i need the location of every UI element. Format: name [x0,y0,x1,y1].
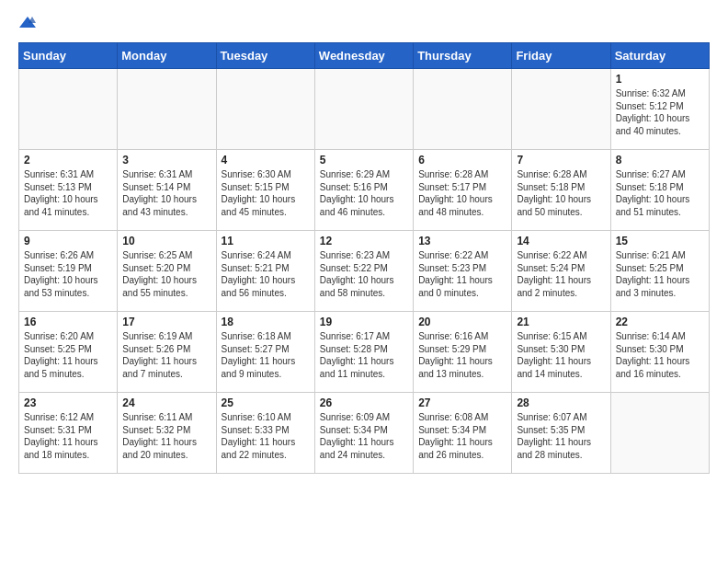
day-cell: 27Sunrise: 6:08 AM Sunset: 5:34 PM Dayli… [414,393,512,474]
day-info: Sunrise: 6:24 AM Sunset: 5:21 PM Dayligh… [222,249,310,299]
page: SundayMondayTuesdayWednesdayThursdayFrid… [0,0,728,492]
day-info: Sunrise: 6:28 AM Sunset: 5:17 PM Dayligh… [418,168,506,218]
day-number: 18 [222,316,310,328]
day-number: 16 [24,316,112,328]
calendar: SundayMondayTuesdayWednesdayThursdayFrid… [18,42,710,474]
weekday-sunday: Sunday [19,43,118,69]
weekday-saturday: Saturday [610,43,709,69]
day-cell: 11Sunrise: 6:24 AM Sunset: 5:21 PM Dayli… [216,231,314,312]
day-info: Sunrise: 6:20 AM Sunset: 5:25 PM Dayligh… [24,330,112,380]
day-cell: 4Sunrise: 6:30 AM Sunset: 5:15 PM Daylig… [216,150,314,231]
day-number: 24 [122,396,210,409]
day-number: 19 [320,316,408,328]
week-row-2: 2Sunrise: 6:31 AM Sunset: 5:13 PM Daylig… [19,150,710,231]
day-cell: 19Sunrise: 6:17 AM Sunset: 5:28 PM Dayli… [314,312,413,393]
day-cell: 23Sunrise: 6:12 AM Sunset: 5:31 PM Dayli… [19,393,118,474]
day-number: 28 [517,396,605,409]
day-number: 5 [320,154,408,167]
day-cell: 24Sunrise: 6:11 AM Sunset: 5:32 PM Dayli… [118,393,216,474]
day-info: Sunrise: 6:18 AM Sunset: 5:27 PM Dayligh… [222,330,310,380]
day-cell [414,69,512,150]
day-info: Sunrise: 6:09 AM Sunset: 5:34 PM Dayligh… [320,411,408,461]
logo [18,15,36,33]
day-number: 10 [122,235,210,247]
day-info: Sunrise: 6:17 AM Sunset: 5:28 PM Dayligh… [320,330,408,380]
day-cell: 22Sunrise: 6:14 AM Sunset: 5:30 PM Dayli… [610,312,709,393]
day-info: Sunrise: 6:19 AM Sunset: 5:26 PM Dayligh… [122,330,210,380]
day-cell: 1Sunrise: 6:32 AM Sunset: 5:12 PM Daylig… [610,69,709,150]
day-info: Sunrise: 6:28 AM Sunset: 5:18 PM Dayligh… [517,168,605,218]
day-number: 12 [320,235,408,247]
day-number: 9 [24,235,112,247]
day-cell: 9Sunrise: 6:26 AM Sunset: 5:19 PM Daylig… [19,231,118,312]
weekday-friday: Friday [512,43,610,69]
day-cell: 3Sunrise: 6:31 AM Sunset: 5:14 PM Daylig… [118,150,216,231]
header [18,15,710,33]
day-cell: 12Sunrise: 6:23 AM Sunset: 5:22 PM Dayli… [314,231,413,312]
day-cell [19,69,118,150]
day-info: Sunrise: 6:21 AM Sunset: 5:25 PM Dayligh… [616,249,704,299]
day-info: Sunrise: 6:14 AM Sunset: 5:30 PM Dayligh… [616,330,704,380]
weekday-thursday: Thursday [414,43,512,69]
weekday-wednesday: Wednesday [314,43,413,69]
weekday-monday: Monday [118,43,216,69]
day-number: 14 [517,235,605,247]
day-cell: 7Sunrise: 6:28 AM Sunset: 5:18 PM Daylig… [512,150,610,231]
day-info: Sunrise: 6:30 AM Sunset: 5:15 PM Dayligh… [222,168,310,218]
day-info: Sunrise: 6:12 AM Sunset: 5:31 PM Dayligh… [24,411,112,461]
day-info: Sunrise: 6:31 AM Sunset: 5:14 PM Dayligh… [122,168,210,218]
day-number: 11 [222,235,310,247]
day-info: Sunrise: 6:25 AM Sunset: 5:20 PM Dayligh… [122,249,210,299]
day-cell: 18Sunrise: 6:18 AM Sunset: 5:27 PM Dayli… [216,312,314,393]
day-info: Sunrise: 6:10 AM Sunset: 5:33 PM Dayligh… [222,411,310,461]
logo-icon [19,15,36,31]
day-cell: 28Sunrise: 6:07 AM Sunset: 5:35 PM Dayli… [512,393,610,474]
day-number: 15 [616,235,704,247]
weekday-tuesday: Tuesday [216,43,314,69]
day-number: 22 [616,316,704,328]
day-cell: 16Sunrise: 6:20 AM Sunset: 5:25 PM Dayli… [19,312,118,393]
day-number: 8 [616,154,704,167]
day-number: 3 [122,154,210,167]
day-cell [118,69,216,150]
day-cell: 20Sunrise: 6:16 AM Sunset: 5:29 PM Dayli… [414,312,512,393]
day-cell: 10Sunrise: 6:25 AM Sunset: 5:20 PM Dayli… [118,231,216,312]
day-number: 1 [616,73,704,86]
day-cell [216,69,314,150]
day-cell [314,69,413,150]
day-number: 23 [24,396,112,409]
day-info: Sunrise: 6:26 AM Sunset: 5:19 PM Dayligh… [24,249,112,299]
day-cell [610,393,709,474]
weekday-header-row: SundayMondayTuesdayWednesdayThursdayFrid… [19,43,710,69]
day-cell: 6Sunrise: 6:28 AM Sunset: 5:17 PM Daylig… [414,150,512,231]
day-info: Sunrise: 6:31 AM Sunset: 5:13 PM Dayligh… [24,168,112,218]
week-row-5: 23Sunrise: 6:12 AM Sunset: 5:31 PM Dayli… [19,393,710,474]
day-cell: 8Sunrise: 6:27 AM Sunset: 5:18 PM Daylig… [610,150,709,231]
week-row-1: 1Sunrise: 6:32 AM Sunset: 5:12 PM Daylig… [19,69,710,150]
day-cell: 15Sunrise: 6:21 AM Sunset: 5:25 PM Dayli… [610,231,709,312]
day-cell: 21Sunrise: 6:15 AM Sunset: 5:30 PM Dayli… [512,312,610,393]
day-number: 13 [418,235,506,247]
day-cell [512,69,610,150]
day-cell: 5Sunrise: 6:29 AM Sunset: 5:16 PM Daylig… [314,150,413,231]
day-number: 7 [517,154,605,167]
day-cell: 26Sunrise: 6:09 AM Sunset: 5:34 PM Dayli… [314,393,413,474]
day-number: 21 [517,316,605,328]
day-cell: 17Sunrise: 6:19 AM Sunset: 5:26 PM Dayli… [118,312,216,393]
day-info: Sunrise: 6:08 AM Sunset: 5:34 PM Dayligh… [418,411,506,461]
day-cell: 13Sunrise: 6:22 AM Sunset: 5:23 PM Dayli… [414,231,512,312]
day-number: 27 [418,396,506,409]
day-number: 17 [122,316,210,328]
day-number: 4 [222,154,310,167]
day-info: Sunrise: 6:15 AM Sunset: 5:30 PM Dayligh… [517,330,605,380]
day-info: Sunrise: 6:22 AM Sunset: 5:24 PM Dayligh… [517,249,605,299]
day-number: 26 [320,396,408,409]
day-cell: 14Sunrise: 6:22 AM Sunset: 5:24 PM Dayli… [512,231,610,312]
day-cell: 25Sunrise: 6:10 AM Sunset: 5:33 PM Dayli… [216,393,314,474]
day-info: Sunrise: 6:07 AM Sunset: 5:35 PM Dayligh… [517,411,605,461]
week-row-4: 16Sunrise: 6:20 AM Sunset: 5:25 PM Dayli… [19,312,710,393]
day-number: 6 [418,154,506,167]
week-row-3: 9Sunrise: 6:26 AM Sunset: 5:19 PM Daylig… [19,231,710,312]
day-info: Sunrise: 6:22 AM Sunset: 5:23 PM Dayligh… [418,249,506,299]
day-info: Sunrise: 6:32 AM Sunset: 5:12 PM Dayligh… [616,87,704,137]
